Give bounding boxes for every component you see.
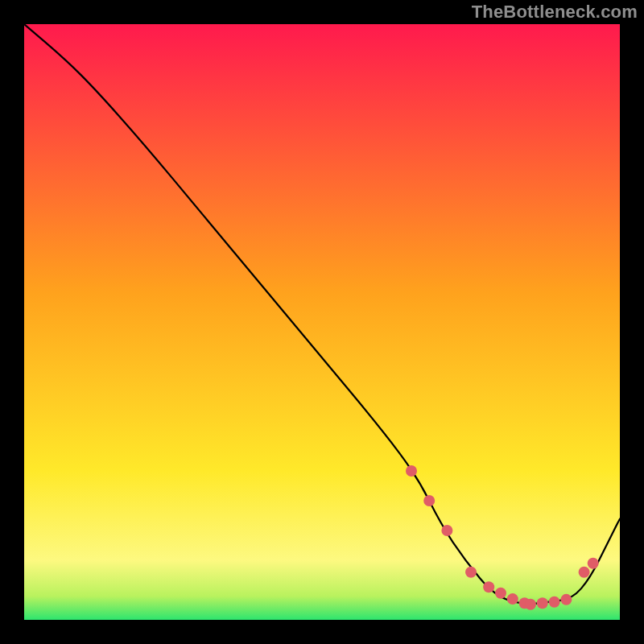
marker-point [507, 593, 518, 605]
marker-point [483, 581, 494, 592]
marker-point [423, 495, 435, 506]
marker-point [441, 525, 452, 536]
bottleneck-chart: TheBottleneck.com [0, 0, 644, 644]
marker-point [537, 597, 548, 609]
marker-point [560, 594, 572, 605]
watermark-text: TheBottleneck.com [472, 2, 638, 23]
marker-point [579, 567, 590, 578]
marker-point [549, 597, 560, 608]
gradient-background [24, 24, 620, 620]
chart-svg [24, 24, 620, 620]
marker-point [406, 465, 417, 477]
marker-point [465, 567, 477, 578]
marker-point [588, 558, 599, 569]
chart-plot-area [24, 24, 620, 620]
marker-point [525, 599, 536, 610]
marker-point [495, 588, 506, 599]
